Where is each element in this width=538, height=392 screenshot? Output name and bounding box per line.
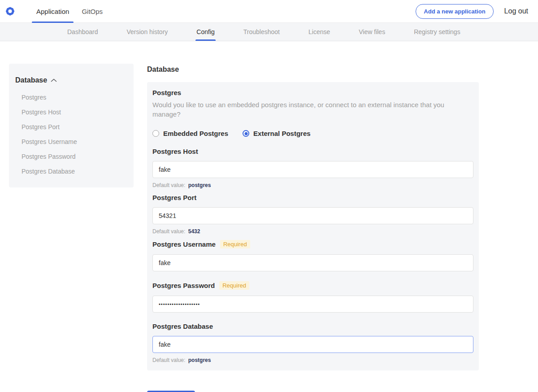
- default-value: postgres: [188, 182, 211, 188]
- default-value: postgres: [188, 357, 211, 363]
- sidebar-item-postgres-port[interactable]: Postgres Port: [15, 118, 127, 132]
- subnav-troubleshoot[interactable]: Troubleshoot: [243, 23, 281, 41]
- postgres-username-label: Postgres Username: [152, 240, 216, 248]
- config-main: Database Postgres Would you like to use …: [147, 64, 479, 392]
- add-application-button[interactable]: Add a new application: [416, 4, 493, 19]
- config-group-title: Database: [147, 65, 479, 74]
- postgres-database-label: Postgres Database: [152, 322, 213, 330]
- postgres-password-input[interactable]: [152, 296, 473, 313]
- sidebar-group-label: Database: [15, 76, 47, 84]
- config-panel: Postgres Would you like to use an embedd…: [147, 82, 479, 370]
- radio-external-label: External Postgres: [253, 130, 311, 137]
- radio-embedded-label: Embedded Postgres: [163, 130, 228, 137]
- postgres-port-default: Default value: 5432: [152, 228, 473, 235]
- postgres-port-input[interactable]: [152, 207, 473, 224]
- radio-checked-icon[interactable]: [243, 130, 249, 137]
- radio-external-postgres[interactable]: External Postgres: [243, 130, 311, 137]
- required-badge: Required: [219, 281, 249, 290]
- tab-application-label: Application: [36, 8, 69, 15]
- config-page: Database Postgres Postgres Host Postgres…: [0, 41, 538, 392]
- postgres-help-text: Would you like to use an embedded postgr…: [152, 100, 473, 119]
- postgres-mode-radio-group: Embedded Postgres External Postgres: [152, 130, 473, 137]
- subnav-dashboard[interactable]: Dashboard: [66, 23, 99, 41]
- required-badge: Required: [220, 240, 250, 248]
- field-postgres-password: Postgres Password Required: [152, 281, 473, 317]
- sidebar-items: Postgres Postgres Host Postgres Port Pos…: [15, 88, 127, 177]
- postgres-host-default: Default value: postgres: [152, 182, 473, 188]
- sidebar-item-postgres-username[interactable]: Postgres Username: [15, 132, 127, 147]
- radio-embedded-postgres[interactable]: Embedded Postgres: [152, 130, 228, 137]
- postgres-username-input[interactable]: [152, 254, 473, 271]
- sidebar-group-database[interactable]: Database: [15, 76, 127, 84]
- subnav-view-files[interactable]: View files: [358, 23, 386, 41]
- postgres-host-input[interactable]: [152, 161, 473, 178]
- subnav-license[interactable]: License: [308, 23, 331, 41]
- subnav-config[interactable]: Config: [195, 23, 215, 41]
- field-postgres-port: Postgres Port Default value: 5432: [152, 194, 473, 235]
- app-subnav: Dashboard Version history Config Trouble…: [0, 23, 538, 41]
- field-postgres-database: Postgres Database Default value: postgre…: [152, 322, 473, 363]
- postgres-database-default: Default value: postgres: [152, 357, 473, 363]
- logout-link[interactable]: Log out: [504, 7, 528, 15]
- app-logo-icon: [5, 6, 15, 16]
- postgres-password-label: Postgres Password: [152, 282, 215, 289]
- default-label: Default value:: [152, 228, 185, 235]
- section-heading-postgres: Postgres: [152, 89, 473, 96]
- field-postgres-username: Postgres Username Required: [152, 240, 473, 276]
- sidebar-item-postgres-host[interactable]: Postgres Host: [15, 103, 127, 118]
- default-label: Default value:: [152, 357, 185, 363]
- default-label: Default value:: [152, 182, 185, 188]
- tab-gitops-label: GitOps: [82, 8, 103, 15]
- config-sidebar: Database Postgres Postgres Host Postgres…: [9, 64, 134, 187]
- subnav-version-history[interactable]: Version history: [126, 23, 169, 41]
- tab-gitops[interactable]: GitOps: [75, 0, 109, 22]
- subnav-registry-settings[interactable]: Registry settings: [413, 23, 461, 41]
- postgres-database-input[interactable]: [152, 336, 473, 353]
- postgres-port-label: Postgres Port: [152, 194, 196, 201]
- chevron-up-icon: [51, 78, 57, 83]
- postgres-host-label: Postgres Host: [152, 148, 198, 155]
- app-logo: [0, 0, 21, 22]
- field-postgres-host: Postgres Host Default value: postgres: [152, 148, 473, 188]
- app-header: Application GitOps Add a new application…: [0, 0, 538, 23]
- tab-application[interactable]: Application: [30, 0, 75, 22]
- sidebar-item-postgres[interactable]: Postgres: [15, 88, 127, 103]
- header-tabs: Application GitOps: [30, 0, 109, 22]
- header-right: Add a new application Log out: [416, 0, 538, 22]
- sidebar-item-postgres-database[interactable]: Postgres Database: [15, 162, 127, 177]
- radio-unchecked-icon[interactable]: [152, 130, 159, 137]
- sidebar-item-postgres-password[interactable]: Postgres Password: [15, 147, 127, 162]
- default-value: 5432: [188, 228, 200, 235]
